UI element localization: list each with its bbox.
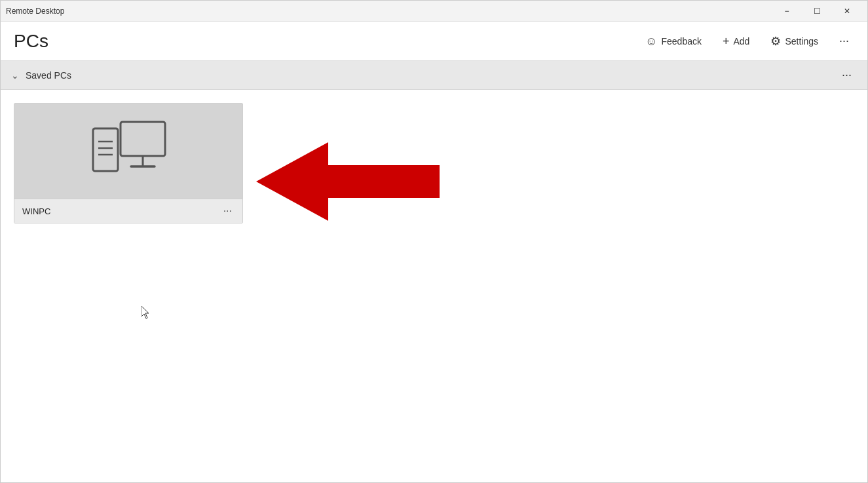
pc-card-thumbnail bbox=[14, 104, 243, 199]
chevron-down-icon: ⌄ bbox=[11, 70, 19, 81]
red-arrow-icon bbox=[256, 129, 440, 234]
header-actions: ☺ Feedback + Add ⚙ Settings ··· bbox=[640, 30, 854, 52]
feedback-label: Feedback bbox=[661, 36, 701, 47]
app-title: Remote Desktop bbox=[6, 7, 64, 16]
arrow-annotation bbox=[256, 129, 440, 237]
saved-pcs-label: Saved PCs bbox=[26, 70, 71, 81]
pc-more-button[interactable]: ··· bbox=[221, 204, 235, 218]
svg-rect-4 bbox=[121, 122, 165, 156]
saved-pcs-more-button[interactable]: ··· bbox=[837, 64, 857, 86]
svg-marker-7 bbox=[256, 142, 440, 221]
settings-label: Settings bbox=[785, 36, 818, 47]
add-label: Add bbox=[733, 36, 749, 47]
pc-name: WINPC bbox=[22, 206, 50, 216]
close-button[interactable]: ✕ bbox=[832, 1, 862, 22]
svg-marker-8 bbox=[142, 306, 149, 319]
title-bar: Remote Desktop − ☐ ✕ bbox=[1, 1, 867, 22]
add-icon: + bbox=[723, 35, 730, 47]
saved-pcs-bar-left: ⌄ Saved PCs bbox=[11, 70, 71, 81]
pc-card[interactable]: WINPC ··· bbox=[14, 103, 243, 223]
feedback-button[interactable]: ☺ Feedback bbox=[640, 31, 707, 51]
minimize-button[interactable]: − bbox=[772, 1, 802, 22]
header-more-button[interactable]: ··· bbox=[834, 30, 854, 52]
add-button[interactable]: + Add bbox=[717, 31, 755, 51]
content-area: WINPC ··· bbox=[1, 90, 867, 483]
settings-button[interactable]: ⚙ Settings bbox=[765, 31, 823, 51]
mouse-cursor bbox=[142, 306, 149, 319]
maximize-button[interactable]: ☐ bbox=[802, 1, 832, 22]
feedback-icon: ☺ bbox=[645, 35, 657, 47]
window-controls: − ☐ ✕ bbox=[772, 1, 862, 22]
saved-pcs-section-bar: ⌄ Saved PCs ··· bbox=[1, 61, 867, 90]
settings-icon: ⚙ bbox=[770, 35, 781, 47]
pc-card-footer: WINPC ··· bbox=[14, 199, 242, 223]
header: PCs ☺ Feedback + Add ⚙ Settings ··· bbox=[1, 22, 867, 61]
page-title: PCs bbox=[14, 31, 48, 52]
svg-rect-0 bbox=[93, 128, 118, 171]
computer-icon bbox=[86, 115, 172, 187]
